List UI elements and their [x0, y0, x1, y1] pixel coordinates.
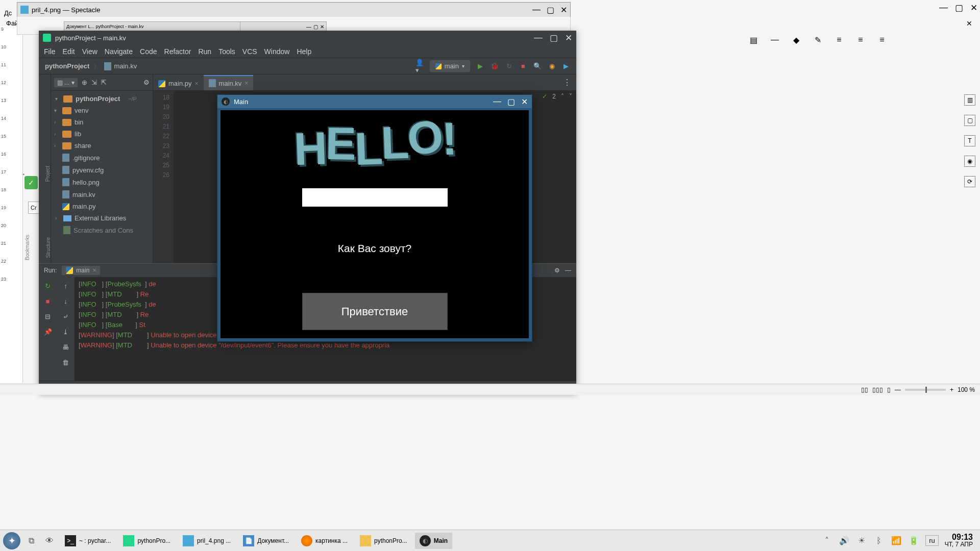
- pin-icon[interactable]: 📌: [43, 327, 53, 336]
- trash-icon[interactable]: 🗑: [61, 358, 70, 367]
- breadcrumb-file[interactable]: main.kv: [114, 62, 137, 70]
- sync-icon[interactable]: ⊕: [82, 79, 87, 86]
- ide-settings-icon[interactable]: ◉: [548, 62, 556, 70]
- search-icon[interactable]: 🔍: [533, 62, 542, 70]
- tree-root[interactable]: ▾pythonProject ~/P: [51, 93, 153, 105]
- menu-refactor[interactable]: Refactor: [164, 47, 191, 56]
- run-tab[interactable]: main×: [62, 266, 100, 275]
- tree-scratches[interactable]: Scratches and Cons: [51, 224, 153, 236]
- battery-icon[interactable]: 🔋: [908, 535, 919, 546]
- menu-code[interactable]: Code: [140, 47, 157, 56]
- name-input[interactable]: [302, 188, 448, 207]
- folder-icon[interactable]: ▪: [22, 171, 24, 177]
- pycharm-titlebar[interactable]: pythonProject – main.kv — ▢ ✕: [39, 31, 576, 45]
- close-icon[interactable]: ×: [244, 80, 248, 87]
- sidebar-pane-3[interactable]: T: [964, 135, 975, 146]
- layout-icon[interactable]: ⊟: [43, 312, 53, 321]
- stop-icon[interactable]: ■: [43, 296, 53, 306]
- pen-icon[interactable]: ✎: [812, 34, 823, 45]
- align-right-icon[interactable]: ≡: [876, 34, 888, 45]
- tab-main-py[interactable]: main.py×: [153, 76, 204, 90]
- tree-bin[interactable]: ›bin: [51, 116, 153, 128]
- align-left-icon[interactable]: ≡: [834, 34, 845, 45]
- tree-gitignore[interactable]: .gitignore: [51, 152, 153, 164]
- menu-navigate[interactable]: Navigate: [105, 47, 133, 56]
- menu-window[interactable]: Window: [264, 47, 290, 56]
- rerun-icon[interactable]: ↻: [43, 281, 53, 290]
- diamond-icon[interactable]: ◆: [791, 34, 802, 45]
- toolwindow-project[interactable]: Project: [45, 166, 51, 182]
- run-config-selector[interactable]: main ▾: [430, 60, 470, 72]
- task-doc[interactable]: 📄Документ...: [238, 533, 293, 549]
- zoom-slider[interactable]: [905, 389, 946, 391]
- brightness-icon[interactable]: ☀: [856, 535, 867, 546]
- project-view-selector[interactable]: ▥ ... ▾: [54, 78, 78, 87]
- task-firefox[interactable]: картинка ...: [297, 533, 352, 549]
- book-view-icon[interactable]: ▯▯: [861, 386, 868, 393]
- tree-venv[interactable]: ▾venv: [51, 105, 153, 116]
- keyboard-layout[interactable]: ru: [925, 535, 939, 546]
- task-spectacle[interactable]: pril_4.png ...: [178, 533, 235, 549]
- task-folder[interactable]: pythonPro...: [355, 533, 412, 549]
- learn-icon[interactable]: ▶: [562, 62, 570, 70]
- wifi-icon[interactable]: 📶: [891, 535, 902, 546]
- tree-external-libs[interactable]: ›External Libraries: [51, 212, 153, 224]
- expand-icon[interactable]: ⇲: [91, 79, 97, 86]
- align-center-icon[interactable]: ≡: [855, 34, 866, 45]
- zoom-in-icon[interactable]: +: [950, 386, 953, 393]
- bg-button[interactable]: Сг: [28, 202, 39, 214]
- maximize-icon[interactable]: ▢: [955, 3, 963, 13]
- spectacle-titlebar[interactable]: pril_4.png — Spectacle — ▢ ✕: [17, 3, 570, 17]
- sidebar-pane-1[interactable]: ▥: [964, 94, 975, 106]
- tree-main-kv[interactable]: main.kv: [51, 188, 153, 201]
- menu-edit[interactable]: Edit: [63, 47, 75, 56]
- stop-icon[interactable]: ■: [519, 62, 527, 70]
- minimize-icon[interactable]: —: [534, 33, 543, 43]
- maximize-icon[interactable]: ▢: [547, 5, 554, 15]
- scroll-end-icon[interactable]: ⤓: [61, 327, 70, 336]
- task-kivy-main[interactable]: ◐Main: [415, 533, 452, 549]
- maximize-icon[interactable]: ▢: [550, 33, 558, 43]
- maximize-icon[interactable]: ▢: [507, 97, 515, 107]
- toolwindow-bookmarks[interactable]: Bookmarks: [24, 235, 30, 260]
- zoom-out-icon[interactable]: —: [895, 386, 901, 393]
- task-terminal[interactable]: >_~ : pychar...: [60, 533, 115, 549]
- minimize-icon[interactable]: —: [532, 5, 541, 15]
- chevron-up-icon[interactable]: ˄: [561, 93, 564, 100]
- tab-main-kv[interactable]: main.kv×: [204, 75, 254, 90]
- greeting-button[interactable]: Приветствие: [302, 293, 448, 330]
- tabs-menu-icon[interactable]: ⋮: [558, 74, 576, 90]
- tree-main-py[interactable]: main.py: [51, 201, 153, 212]
- close-icon[interactable]: ✕: [521, 97, 528, 107]
- menu-file[interactable]: File: [44, 47, 56, 56]
- sidebar-pane-2[interactable]: ▢: [964, 115, 975, 126]
- bluetooth-icon[interactable]: ᛒ: [873, 535, 885, 546]
- collapse-icon[interactable]: ⇱: [101, 79, 107, 86]
- run-icon[interactable]: ▶: [476, 62, 484, 70]
- close-icon[interactable]: ✕: [970, 3, 977, 13]
- clock[interactable]: 09:13 ЧТ, 7 АПР: [945, 534, 973, 548]
- inspection-widget[interactable]: ✓ 2 ˄ ˅: [542, 93, 572, 100]
- up-icon[interactable]: ↑: [61, 281, 70, 290]
- minimize-panel-icon[interactable]: —: [565, 267, 571, 274]
- tray-expand-icon[interactable]: ˄: [821, 535, 832, 546]
- breadcrumb-project[interactable]: pythonProject: [45, 62, 89, 70]
- page-icon[interactable]: ▤: [748, 34, 759, 45]
- gear-icon[interactable]: ⚙: [143, 79, 150, 86]
- menu-tools[interactable]: Tools: [218, 47, 235, 56]
- close-icon[interactable]: ✕: [565, 33, 572, 43]
- volume-icon[interactable]: 🔊: [839, 535, 850, 546]
- task-pycharm[interactable]: pythonPro...: [118, 533, 175, 549]
- menu-help[interactable]: Help: [297, 47, 311, 56]
- zoom-value[interactable]: 100 %: [958, 386, 975, 393]
- menu-run[interactable]: Run: [198, 47, 211, 56]
- start-button[interactable]: ✦: [3, 532, 20, 549]
- debug-icon[interactable]: 🐞: [491, 62, 499, 70]
- multi-page-icon[interactable]: ▯▯▯: [872, 386, 883, 393]
- gear-icon[interactable]: ⚙: [554, 267, 560, 274]
- close-icon[interactable]: ✕: [560, 5, 567, 15]
- coverage-icon[interactable]: ↻: [505, 62, 513, 70]
- print-icon[interactable]: 🖶: [61, 342, 70, 352]
- add-user-icon[interactable]: 👤▾: [415, 62, 424, 70]
- tree-lib[interactable]: ›lib: [51, 128, 153, 140]
